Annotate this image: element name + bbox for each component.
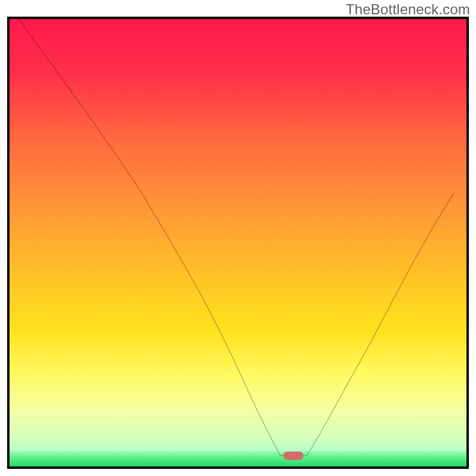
chart-stage: TheBottleneck.com <box>0 0 476 476</box>
svg-rect-1 <box>10 451 466 466</box>
bottleneck-marker <box>283 452 303 460</box>
chart-background <box>10 19 466 466</box>
watermark-label: TheBottleneck.com <box>346 1 470 18</box>
svg-rect-0 <box>10 19 466 451</box>
chart-frame <box>7 17 469 469</box>
